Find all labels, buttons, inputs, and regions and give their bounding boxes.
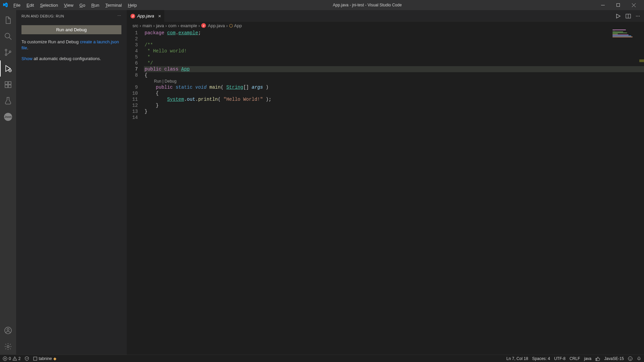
menubar: File Edit Selection View Go Run Terminal… — [11, 1, 140, 9]
status-tabnine[interactable]: tabnine ◆ — [33, 356, 56, 361]
window-controls — [595, 0, 641, 10]
java-file-icon: J — [201, 23, 206, 28]
extensions-icon[interactable] — [0, 77, 16, 93]
editor-tab[interactable]: J App.java × — [127, 10, 164, 22]
svg-point-14 — [7, 328, 9, 330]
accounts-icon[interactable] — [0, 322, 16, 338]
tab-close-icon[interactable]: × — [158, 13, 161, 19]
svg-rect-1 — [616, 3, 620, 6]
status-trusted[interactable] — [24, 356, 29, 361]
close-button[interactable] — [626, 0, 641, 10]
svg-point-22 — [14, 359, 15, 360]
json-icon[interactable]: Json — [0, 109, 16, 125]
vscode-icon — [3, 2, 8, 8]
status-eol[interactable]: CRLF — [570, 356, 580, 361]
menu-selection[interactable]: Selection — [37, 1, 60, 9]
statusbar: 0 2 tabnine ◆ Ln 7, Col 18 Spaces: 4 UTF… — [0, 355, 644, 362]
text-editor[interactable]: 1234567891011121314 package com.example;… — [127, 29, 644, 355]
source-control-icon[interactable] — [0, 44, 16, 60]
show-link[interactable]: Show — [21, 56, 33, 61]
run-debug-icon[interactable] — [0, 60, 16, 77]
status-indent[interactable]: Spaces: 4 — [532, 356, 550, 361]
svg-rect-11 — [8, 85, 11, 88]
menu-terminal[interactable]: Terminal — [103, 1, 124, 9]
show-configs-text: Show all automatic debug configurations. — [21, 56, 121, 62]
status-bell-icon[interactable] — [637, 356, 641, 361]
side-panel: RUN AND DEBUG: RUN ⋯ Run and Debug To cu… — [16, 10, 127, 355]
codelens[interactable]: Run | Debug — [144, 78, 644, 84]
menu-run[interactable]: Run — [89, 1, 102, 9]
svg-point-4 — [5, 49, 7, 51]
tab-bar: J App.java × ⋯ — [127, 10, 644, 22]
menu-file[interactable]: File — [11, 1, 23, 9]
svg-point-5 — [5, 54, 7, 56]
svg-point-24 — [628, 357, 632, 361]
settings-gear-icon[interactable] — [0, 338, 16, 355]
status-thumbs-icon[interactable] — [595, 356, 600, 361]
svg-rect-9 — [5, 82, 8, 84]
window-title: App.java - jni-test - Visual Studio Code — [140, 3, 595, 7]
editor-more-icon[interactable]: ⋯ — [636, 13, 640, 18]
svg-point-2 — [5, 33, 10, 38]
svg-rect-0 — [601, 5, 605, 5]
line-gutter: 1234567891011121314 — [127, 29, 144, 355]
status-feedback-icon[interactable] — [628, 356, 633, 361]
maximize-button[interactable] — [610, 0, 626, 10]
run-icon[interactable] — [615, 13, 621, 19]
side-panel-more-icon[interactable]: ⋯ — [117, 14, 121, 18]
status-jdk[interactable]: JavaSE-15 — [604, 356, 624, 361]
breadcrumb[interactable]: src› main› java› com› example› J App.jav… — [127, 22, 644, 29]
svg-line-3 — [9, 37, 11, 40]
svg-rect-10 — [5, 85, 8, 88]
status-lang[interactable]: java — [584, 356, 591, 361]
side-panel-title: RUN AND DEBUG: RUN — [21, 14, 64, 18]
menu-edit[interactable]: Edit — [24, 1, 37, 9]
menu-help[interactable]: Help — [125, 1, 140, 9]
menu-view[interactable]: View — [61, 1, 76, 9]
activitybar: Json — [0, 10, 16, 355]
svg-point-15 — [7, 346, 9, 348]
customize-text: To customize Run and Debug create a laun… — [21, 39, 121, 51]
side-panel-header: RUN AND DEBUG: RUN ⋯ — [16, 10, 127, 22]
svg-rect-23 — [34, 357, 37, 360]
status-problems[interactable]: 0 2 — [3, 356, 20, 361]
tab-label: App.java — [137, 13, 154, 18]
editor-area: J App.java × ⋯ src› main› java› com› exa… — [127, 10, 644, 355]
svg-point-8 — [10, 70, 11, 71]
code-content[interactable]: package com.example; /** * Hello world! … — [144, 29, 644, 355]
explorer-icon[interactable] — [0, 12, 16, 28]
java-error-icon: J — [130, 14, 135, 18]
editor-scrollbar[interactable] — [639, 29, 644, 355]
status-cursor-pos[interactable]: Ln 7, Col 18 — [506, 356, 528, 361]
minimize-button[interactable] — [595, 0, 610, 10]
testing-icon[interactable] — [0, 93, 16, 109]
split-editor-icon[interactable] — [626, 13, 631, 19]
menu-go[interactable]: Go — [77, 1, 88, 9]
minimap[interactable] — [612, 29, 639, 43]
run-and-debug-button[interactable]: Run and Debug — [21, 25, 121, 34]
svg-rect-12 — [8, 82, 11, 84]
svg-point-6 — [9, 51, 11, 53]
class-icon: ⬡ — [229, 23, 233, 28]
titlebar: File Edit Selection View Go Run Terminal… — [0, 0, 644, 10]
svg-point-25 — [629, 358, 630, 358]
status-encoding[interactable]: UTF-8 — [554, 356, 566, 361]
editor-actions: ⋯ — [611, 10, 644, 22]
search-icon[interactable] — [0, 28, 16, 44]
svg-point-26 — [631, 358, 631, 358]
